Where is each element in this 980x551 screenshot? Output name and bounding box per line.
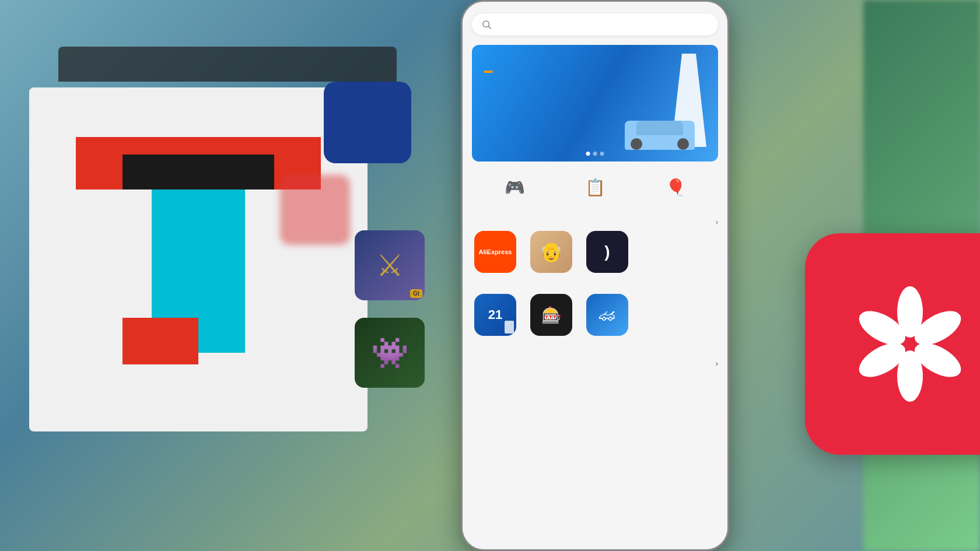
- huawei-logo: [846, 280, 974, 408]
- banner-dots: [586, 152, 604, 156]
- blur-red-app: [280, 175, 350, 245]
- phone-screen: 🎮 📋 🎈 › AliExpress: [463, 2, 727, 549]
- app-poker[interactable]: 🎰: [528, 294, 575, 339]
- banner-sub: [484, 71, 493, 73]
- games-cat-icon: 🎮: [501, 173, 528, 201]
- app-joom[interactable]: ): [584, 231, 631, 276]
- search-icon: [481, 19, 492, 30]
- app-nitro[interactable]: 🏎: [584, 294, 631, 339]
- t-bottom-red: [123, 318, 198, 364]
- phone-frame: 🎮 📋 🎈 › AliExpress: [461, 0, 729, 551]
- fantasy-char-emoji: ⚔: [376, 248, 404, 283]
- huawei-appgallery-icon[interactable]: [805, 233, 980, 455]
- app-face[interactable]: 👴: [528, 231, 575, 276]
- collections-cat-icon: 📋: [581, 173, 609, 201]
- dot-1: [586, 152, 590, 156]
- app-aliexpress[interactable]: AliExpress: [472, 231, 519, 276]
- app-blackjack[interactable]: 21: [472, 294, 519, 339]
- dot-3: [600, 152, 604, 156]
- category-promos[interactable]: 🎈: [662, 173, 690, 206]
- more-row: ›: [463, 356, 727, 371]
- booking-app-icon[interactable]: [324, 82, 411, 163]
- left-app-card: [29, 87, 368, 431]
- top-dark-strip: [58, 47, 397, 82]
- aliexpress-icon: AliExpress: [474, 231, 516, 273]
- category-games[interactable]: 🎮: [501, 173, 528, 206]
- dot-2: [593, 152, 597, 156]
- nitro-icon: 🏎: [586, 294, 628, 336]
- poker-icon: 🎰: [530, 294, 572, 336]
- ehe-link[interactable]: ›: [714, 359, 718, 368]
- car-illustration: [625, 121, 695, 150]
- blackjack-icon: 21: [474, 294, 516, 336]
- promos-cat-icon: 🎈: [662, 173, 690, 201]
- search-bar[interactable]: [472, 13, 718, 36]
- t-top-black: [123, 155, 274, 189]
- svg-point-0: [483, 21, 489, 27]
- svg-line-1: [488, 26, 491, 29]
- favorite-games-header: [463, 283, 727, 294]
- face-icon: 👴: [530, 231, 572, 273]
- gt-badge: Gt: [410, 289, 422, 298]
- favorite-games-grid: 21 🎰 🏎: [463, 294, 727, 346]
- favorite-apps-more[interactable]: ›: [715, 217, 718, 226]
- rating-section: [463, 346, 727, 356]
- category-collections[interactable]: 📋: [581, 173, 609, 206]
- categories-row: 🎮 📋 🎈: [463, 162, 727, 212]
- favorite-apps-grid: AliExpress 👴 ): [463, 231, 727, 283]
- banner-content: [484, 62, 493, 75]
- favorite-apps-header: ›: [463, 212, 727, 231]
- fantasy-game-icon[interactable]: ⚔ Gt: [355, 230, 425, 300]
- joom-icon: ): [586, 231, 628, 273]
- monster-emoji: 👾: [371, 335, 409, 371]
- banner[interactable]: [472, 45, 718, 162]
- t-logo: [76, 137, 321, 382]
- monster-game-icon[interactable]: 👾: [355, 318, 425, 388]
